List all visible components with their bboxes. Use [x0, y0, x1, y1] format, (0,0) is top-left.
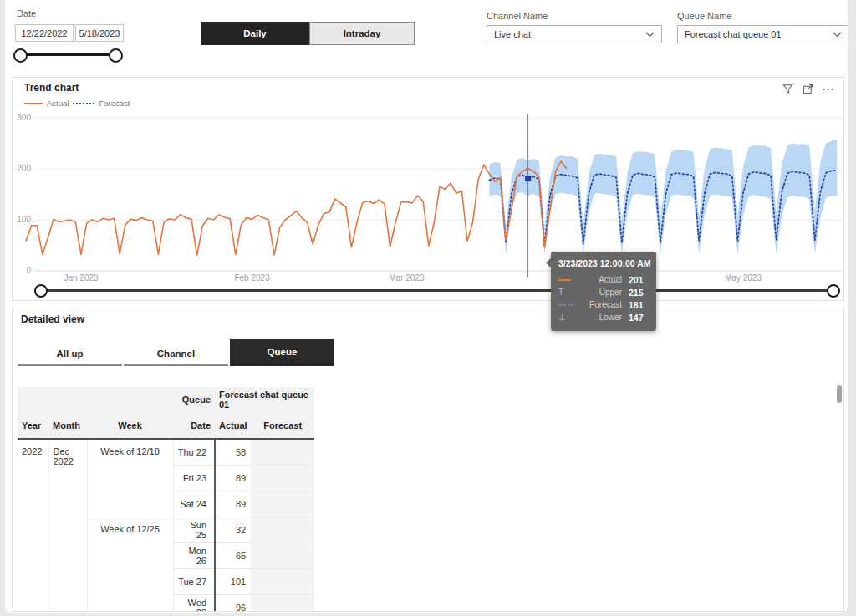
column-header-month: Month	[48, 412, 87, 439]
queue-name-value: Forecast chat queue 01	[685, 29, 782, 39]
queue-name-label: Queue Name	[677, 11, 731, 21]
detailed-view-title: Detailed view	[21, 313, 84, 325]
actual-value-cell: 96	[215, 594, 252, 611]
tab-channel[interactable]: Channel	[124, 342, 228, 366]
actual-series-line	[26, 161, 567, 256]
actual-value-cell: 101	[215, 568, 252, 594]
x-axis-label: Feb 2023	[234, 273, 270, 283]
forecast-value-cell	[252, 439, 314, 465]
tooltip-row-actual: Actual 201	[558, 273, 649, 286]
column-header-year: Year	[18, 412, 48, 439]
chart-zoom-slider-handle-left[interactable]	[34, 284, 48, 298]
hover-point-marker	[525, 176, 531, 181]
tooltip-row-upper: T Upper 215	[558, 286, 649, 298]
y-axis-label-0: 0	[26, 266, 31, 275]
table-row: 2022Dec 2022Week of 12/18Thu 2258	[18, 439, 314, 465]
forecast-value-cell	[252, 542, 314, 568]
detail-matrix-table: QueueForecast chat queue 01YearMonthWeek…	[18, 387, 314, 611]
queue-name-dropdown[interactable]: Forecast chat queue 01	[677, 25, 848, 43]
date-range-slider-handle-right[interactable]	[109, 48, 123, 63]
y-axis-label-300: 300	[17, 113, 31, 122]
column-header-week: Week	[87, 412, 173, 439]
forecast-value-cell	[252, 517, 314, 542]
date-cell: Tue 27	[173, 568, 215, 594]
forecast-value-cell	[252, 568, 314, 594]
actual-line-icon	[558, 279, 575, 281]
column-header-actual: Actual	[215, 412, 252, 439]
actual-value-cell: 89	[215, 491, 252, 517]
channel-name-value: Live chat	[494, 29, 531, 39]
group-header-queue: Queue	[173, 387, 215, 412]
chevron-down-icon	[645, 29, 655, 39]
y-axis-label-200: 200	[17, 164, 31, 173]
trend-chart-plot: 0100200300Jan 2023Feb 2023Mar 2023May 20…	[13, 78, 845, 302]
trend-chart-panel: Trend chart Actual Forecast ··· 01002003…	[12, 77, 844, 301]
date-start-input[interactable]	[15, 24, 74, 42]
header-spacer	[18, 387, 173, 412]
forecast-value-cell	[252, 491, 314, 517]
chart-tooltip: 3/23/2023 12:00:00 AM Actual 201 T Upper…	[551, 252, 656, 331]
upper-whisker-icon: T	[558, 288, 575, 297]
forecast-confidence-band	[489, 140, 837, 254]
tooltip-row-lower: ⊥ Lower 147	[558, 311, 649, 323]
intraday-toggle-button[interactable]: Intraday	[309, 22, 415, 45]
month-cell: Dec 2022	[48, 439, 87, 611]
actual-value-cell: 89	[215, 465, 252, 491]
group-header-queue-name: Forecast chat queue 01	[215, 387, 314, 412]
week-cell: Week of 12/18	[87, 439, 173, 517]
actual-value-cell: 58	[215, 439, 252, 465]
tab-all-up[interactable]: All up	[18, 342, 122, 366]
date-cell: Thu 22	[173, 439, 215, 465]
actual-value-cell: 65	[215, 542, 252, 568]
date-cell: Sat 24	[173, 491, 215, 517]
y-axis-label-100: 100	[17, 215, 31, 224]
date-cell: Wed 28	[173, 594, 215, 611]
chevron-down-icon	[833, 29, 842, 39]
week-cell: Week of 12/25	[87, 517, 173, 611]
detailed-view-panel: Detailed view All up Channel Queue Queue…	[12, 308, 844, 612]
date-cell: Fri 23	[173, 465, 215, 491]
detail-table-container: QueueForecast chat queue 01YearMonthWeek…	[18, 387, 840, 611]
date-range-slider-handle-left[interactable]	[13, 48, 28, 63]
x-axis-label: Mar 2023	[389, 273, 425, 283]
forecast-value-cell	[252, 594, 314, 611]
tab-queue[interactable]: Queue	[230, 339, 334, 366]
actual-value-cell: 32	[215, 517, 252, 542]
x-axis-label: Jan 2023	[64, 273, 99, 283]
lower-whisker-icon: ⊥	[558, 313, 575, 322]
x-axis-label: May 2023	[725, 273, 762, 283]
chart-zoom-slider-handle-right[interactable]	[827, 284, 840, 298]
date-range-slider-track[interactable]	[18, 53, 117, 56]
report-canvas: Date Daily Intraday Channel Name Live ch…	[5, 0, 848, 613]
chart-zoom-slider-track[interactable]	[39, 289, 835, 292]
date-end-input[interactable]	[75, 24, 124, 42]
date-filter-label: Date	[17, 8, 36, 18]
channel-name-label: Channel Name	[487, 11, 548, 21]
vertical-scrollbar-thumb[interactable]	[837, 385, 842, 403]
column-header-date: Date	[173, 412, 215, 439]
date-cell: Sun 25	[173, 517, 215, 542]
date-cell: Mon 26	[173, 542, 215, 568]
detailed-view-tabs: All up Channel Queue	[18, 339, 336, 366]
tooltip-row-forecast: Forecast 181	[558, 298, 649, 311]
forecast-value-cell	[252, 465, 314, 491]
column-header-forecast: Forecast	[252, 412, 314, 439]
channel-name-dropdown[interactable]: Live chat	[487, 25, 662, 43]
tooltip-title: 3/23/2023 12:00:00 AM	[558, 258, 649, 268]
year-cell: 2022	[18, 439, 48, 611]
daily-toggle-button[interactable]: Daily	[201, 22, 309, 45]
forecast-line-icon	[558, 304, 575, 306]
